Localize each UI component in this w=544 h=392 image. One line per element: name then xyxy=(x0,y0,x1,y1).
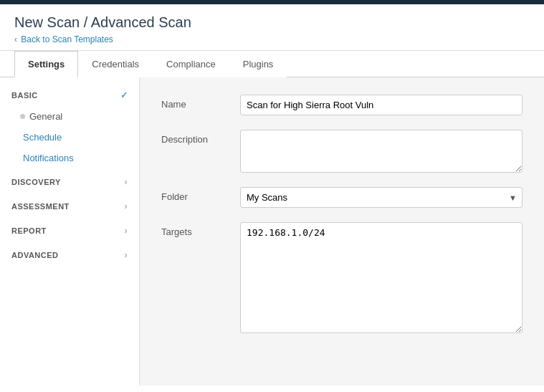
sidebar-item-label-notifications: Notifications xyxy=(23,153,74,163)
folder-label: Folder xyxy=(161,187,240,202)
folder-select[interactable]: My Scans Trash xyxy=(240,187,522,208)
sidebar-item-label-schedule: Schedule xyxy=(23,132,62,143)
sidebar-section-header-assessment[interactable]: ASSESSMENT › xyxy=(0,196,139,217)
name-label: Name xyxy=(161,95,240,110)
sidebar-section-header-advanced[interactable]: ADVANCED › xyxy=(0,244,139,266)
chevron-right-icon-discovery: › xyxy=(125,177,128,187)
tab-credentials[interactable]: Credentials xyxy=(78,51,153,77)
form-row-name: Name xyxy=(161,95,522,115)
form-row-targets: Targets xyxy=(161,222,522,333)
targets-textarea[interactable] xyxy=(240,222,522,333)
header: New Scan / Advanced Scan ‹ Back to Scan … xyxy=(0,4,544,51)
bullet-icon xyxy=(20,114,25,119)
tab-compliance[interactable]: Compliance xyxy=(153,51,229,77)
chevron-right-icon-advanced: › xyxy=(125,250,128,260)
sidebar-section-header-discovery[interactable]: DISCOVERY › xyxy=(0,171,139,193)
form-row-description: Description xyxy=(161,130,522,173)
sidebar-section-label-advanced: ADVANCED xyxy=(11,251,59,259)
sidebar-section-assessment: ASSESSMENT › xyxy=(0,196,139,217)
targets-label: Targets xyxy=(161,222,240,237)
sidebar-section-report: REPORT › xyxy=(0,220,139,242)
sidebar-section-label-discovery: DISCOVERY xyxy=(11,178,61,186)
back-arrow-icon: ‹ xyxy=(14,34,17,44)
sidebar-section-discovery: DISCOVERY › xyxy=(0,171,139,193)
sidebar-item-notifications[interactable]: Notifications xyxy=(0,148,139,168)
back-link-label: Back to Scan Templates xyxy=(21,34,113,44)
description-label: Description xyxy=(161,130,240,145)
sidebar-section-label-assessment: ASSESSMENT xyxy=(11,202,70,211)
sidebar-item-label-general: General xyxy=(29,111,62,122)
checkmark-icon: ✓ xyxy=(120,90,128,100)
sidebar-section-label-basic: BASIC xyxy=(11,91,38,100)
sidebar-section-label-report: REPORT xyxy=(11,226,47,235)
sidebar-section-header-report[interactable]: REPORT › xyxy=(0,220,139,242)
tab-plugins[interactable]: Plugins xyxy=(229,51,287,77)
form-row-folder: Folder My Scans Trash ▼ xyxy=(161,187,522,208)
name-input[interactable] xyxy=(240,95,522,115)
sidebar-section-basic: BASIC ✓ General Schedule Notifications xyxy=(0,85,139,168)
page-title: New Scan / Advanced Scan xyxy=(14,14,530,31)
sidebar-section-advanced: ADVANCED › xyxy=(0,244,139,266)
sidebar: BASIC ✓ General Schedule Notifications D… xyxy=(0,77,140,386)
chevron-right-icon-assessment: › xyxy=(125,201,128,211)
description-textarea[interactable] xyxy=(240,130,522,173)
sidebar-section-header-basic[interactable]: BASIC ✓ xyxy=(0,85,139,106)
chevron-right-icon-report: › xyxy=(125,226,128,236)
folder-select-wrapper: My Scans Trash ▼ xyxy=(240,187,522,208)
tabs-bar: Settings Credentials Compliance Plugins xyxy=(0,51,544,77)
back-link[interactable]: ‹ Back to Scan Templates xyxy=(14,34,113,44)
form-area: Name Description Folder My Scans Trash ▼… xyxy=(140,77,544,386)
tab-settings[interactable]: Settings xyxy=(14,51,78,77)
sidebar-item-schedule[interactable]: Schedule xyxy=(0,127,139,148)
sidebar-item-general[interactable]: General xyxy=(0,106,139,127)
main-content: BASIC ✓ General Schedule Notifications D… xyxy=(0,77,544,386)
